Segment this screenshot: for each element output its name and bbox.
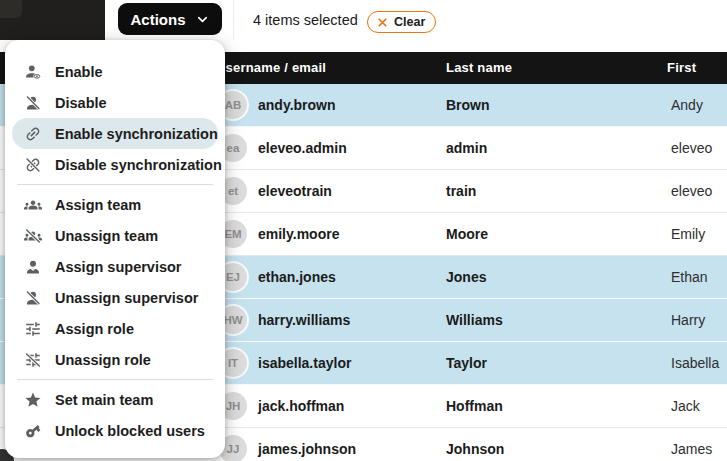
menu-item-assign-team[interactable]: Assign team [5, 189, 225, 220]
menu-item-label: Disable [55, 95, 107, 111]
link-off-icon [24, 156, 42, 174]
cell-first-name: James [671, 441, 712, 457]
cell-username: jack.hoffman [258, 398, 344, 414]
star-icon [24, 391, 42, 409]
menu-item-enable-synchronization[interactable]: Enable synchronization [12, 118, 218, 149]
tune-icon [24, 320, 42, 338]
clear-selection-button[interactable]: Clear [367, 11, 436, 33]
supervisor-off-icon [24, 289, 42, 307]
group-icon [24, 196, 42, 214]
link-icon [24, 125, 42, 143]
menu-item-unlock-blocked-users[interactable]: Unlock blocked users [5, 415, 225, 446]
cell-last-name: Jones [446, 269, 486, 285]
cell-last-name: Taylor [446, 355, 487, 371]
menu-item-label: Disable synchronization [55, 157, 222, 173]
column-header-username[interactable]: Username / email [216, 52, 326, 84]
cell-last-name: Hoffman [446, 398, 503, 414]
menu-item-unassign-team[interactable]: Unassign team [5, 220, 225, 251]
cell-first-name: Harry [671, 312, 705, 328]
menu-item-label: Unlock blocked users [55, 423, 205, 439]
cell-last-name: admin [446, 140, 487, 156]
menu-item-label: Assign supervisor [55, 259, 182, 275]
column-header-last-name[interactable]: Last name [446, 52, 512, 84]
menu-item-label: Enable [55, 64, 103, 80]
toolbar-divider [233, 0, 234, 40]
menu-item-assign-role[interactable]: Assign role [5, 313, 225, 344]
menu-item-unassign-supervisor[interactable]: Unassign supervisor [5, 282, 225, 313]
key-icon [24, 422, 42, 440]
cell-username: eleveotrain [258, 183, 332, 199]
menu-item-enable[interactable]: Enable [5, 56, 225, 87]
menu-divider [17, 379, 213, 380]
cell-first-name: Ethan [671, 269, 708, 285]
cell-last-name: Williams [446, 312, 503, 328]
group-off-icon [24, 227, 42, 245]
cell-username: isabella.taylor [258, 355, 351, 371]
actions-dropdown-menu: Enable Disable Enable synchronization [5, 40, 225, 458]
menu-item-label: Unassign team [55, 228, 158, 244]
cell-username: eleveo.admin [258, 140, 347, 156]
menu-divider [17, 184, 213, 185]
cell-first-name: Emily [671, 226, 705, 242]
cell-first-name: eleveo [671, 183, 712, 199]
cell-username: ethan.jones [258, 269, 336, 285]
menu-item-label: Enable synchronization [55, 126, 218, 142]
actions-button[interactable]: Actions [118, 3, 222, 35]
user-enable-icon [24, 63, 42, 81]
user-disable-icon [24, 94, 42, 112]
chevron-down-icon [195, 12, 210, 27]
menu-item-label: Assign team [55, 197, 141, 213]
selection-count-text: 4 items selected [253, 0, 358, 40]
menu-item-disable[interactable]: Disable [5, 87, 225, 118]
cell-username: andy.brown [258, 97, 336, 113]
cell-username: emily.moore [258, 226, 339, 242]
cell-last-name: train [446, 183, 476, 199]
menu-item-label: Unassign role [55, 352, 151, 368]
menu-item-label: Unassign supervisor [55, 290, 198, 306]
menu-item-set-main-team[interactable]: Set main team [5, 384, 225, 415]
cell-last-name: Brown [446, 97, 490, 113]
cell-first-name: eleveo [671, 140, 712, 156]
actions-button-label: Actions [130, 11, 185, 28]
cell-username: james.johnson [258, 441, 356, 457]
close-icon [376, 16, 389, 29]
menu-item-disable-synchronization[interactable]: Disable synchronization [5, 149, 225, 180]
menu-item-unassign-role[interactable]: Unassign role [5, 344, 225, 375]
cell-first-name: Jack [671, 398, 700, 414]
partial-logo [0, 0, 22, 18]
cell-first-name: Isabella [671, 355, 719, 371]
user-management-screen: Username / email Last name First name AB… [0, 0, 727, 461]
cell-username: harry.williams [258, 312, 350, 328]
cell-last-name: Moore [446, 226, 488, 242]
menu-item-assign-supervisor[interactable]: Assign supervisor [5, 251, 225, 282]
supervisor-icon [24, 258, 42, 276]
tune-off-icon [24, 351, 42, 369]
menu-item-label: Set main team [55, 392, 153, 408]
clear-button-label: Clear [394, 15, 425, 29]
menu-item-label: Assign role [55, 321, 134, 337]
menu-list: Enable Disable Enable synchronization [5, 40, 225, 446]
cell-first-name: Andy [671, 97, 703, 113]
app-header-dark-block [0, 0, 105, 40]
cell-last-name: Johnson [446, 441, 504, 457]
